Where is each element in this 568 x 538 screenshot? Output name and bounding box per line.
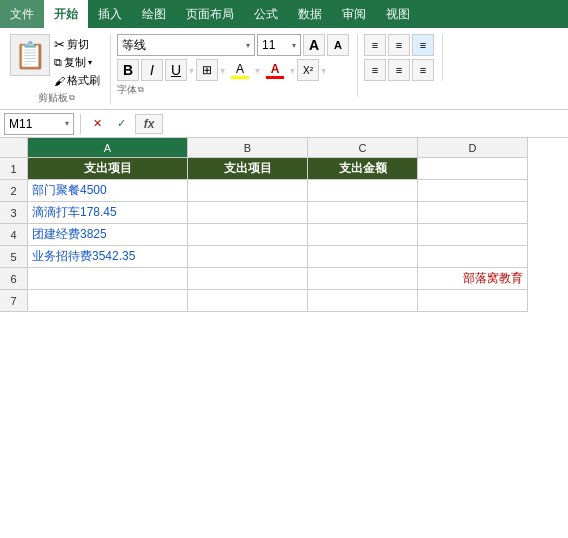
spreadsheet: A B C D 1 2 3 4 5 6 7 支出项目 支出项目 支出金额 — [0, 138, 568, 312]
menu-file[interactable]: 文件 — [0, 0, 44, 28]
menu-formula[interactable]: 公式 — [244, 0, 288, 28]
font-label: 字体⧉ — [117, 83, 349, 97]
row-head-3[interactable]: 3 — [0, 202, 28, 224]
cancel-button[interactable]: ✕ — [87, 114, 107, 134]
font-grow-button[interactable]: A — [303, 34, 325, 56]
menu-page-layout[interactable]: 页面布局 — [176, 0, 244, 28]
corner-cell[interactable] — [0, 138, 28, 158]
cut-button[interactable]: ✂剪切 — [52, 36, 102, 53]
table-row: 支出项目 支出项目 支出金额 — [28, 158, 568, 180]
cell-c6[interactable] — [308, 268, 418, 290]
bold-button[interactable]: B — [117, 59, 139, 81]
row-head-6[interactable]: 6 — [0, 268, 28, 290]
format-painter-button[interactable]: 🖌格式刷 — [52, 72, 102, 89]
row-head-2[interactable]: 2 — [0, 180, 28, 202]
cell-c7[interactable] — [308, 290, 418, 312]
col-header-b[interactable]: B — [188, 138, 308, 158]
align-top-right-button[interactable]: ≡ — [412, 34, 434, 56]
cell-d4[interactable] — [418, 224, 528, 246]
cell-b4[interactable] — [188, 224, 308, 246]
table-row: 部门聚餐4500 — [28, 180, 568, 202]
table-row: 业务招待费3542.35 — [28, 246, 568, 268]
row-head-1[interactable]: 1 — [0, 158, 28, 180]
cell-c5[interactable] — [308, 246, 418, 268]
cell-d2[interactable] — [418, 180, 528, 202]
confirm-button[interactable]: ✓ — [111, 114, 131, 134]
align-top-left-button[interactable]: ≡ — [364, 34, 386, 56]
cell-c3[interactable] — [308, 202, 418, 224]
copy-button[interactable]: ⧉复制▾ — [52, 54, 102, 71]
menu-insert[interactable]: 插入 — [88, 0, 132, 28]
underline-button[interactable]: U — [165, 59, 187, 81]
cell-a5[interactable]: 业务招待费3542.35 — [28, 246, 188, 268]
cell-d6[interactable]: 部落窝教育 — [418, 268, 528, 290]
menu-draw[interactable]: 绘图 — [132, 0, 176, 28]
cell-b3[interactable] — [188, 202, 308, 224]
cell-a1[interactable]: 支出项目 — [28, 158, 188, 180]
cell-b5[interactable] — [188, 246, 308, 268]
menu-review[interactable]: 审阅 — [332, 0, 376, 28]
col-header-a[interactable]: A — [28, 138, 188, 158]
cell-a7[interactable] — [28, 290, 188, 312]
cell-d1[interactable] — [418, 158, 528, 180]
table-row: 部落窝教育 — [28, 268, 568, 290]
font-shrink-button[interactable]: A — [327, 34, 349, 56]
cell-d7[interactable] — [418, 290, 528, 312]
align-top-center-button[interactable]: ≡ — [388, 34, 410, 56]
cell-d5[interactable] — [418, 246, 528, 268]
formula-divider — [80, 114, 81, 134]
cell-a4[interactable]: 团建经费3825 — [28, 224, 188, 246]
cell-a3[interactable]: 滴滴打车178.45 — [28, 202, 188, 224]
row-head-7[interactable]: 7 — [0, 290, 28, 312]
superscript-button[interactable]: X² — [297, 59, 319, 81]
paste-button[interactable]: 📋 — [10, 34, 50, 76]
menu-home[interactable]: 开始 — [44, 0, 88, 28]
cell-c4[interactable] — [308, 224, 418, 246]
menu-data[interactable]: 数据 — [288, 0, 332, 28]
italic-button[interactable]: I — [141, 59, 163, 81]
formula-input[interactable] — [167, 113, 564, 135]
align-left-button[interactable]: ≡ — [364, 59, 386, 81]
cell-b1[interactable]: 支出项目 — [188, 158, 308, 180]
table-row: 团建经费3825 — [28, 224, 568, 246]
row-head-4[interactable]: 4 — [0, 224, 28, 246]
highlight-color-button[interactable]: A — [227, 62, 253, 79]
cell-b7[interactable] — [188, 290, 308, 312]
menu-bar: 文件 开始 插入 绘图 页面布局 公式 数据 审阅 视图 — [0, 0, 568, 28]
cell-a6[interactable] — [28, 268, 188, 290]
menu-view[interactable]: 视图 — [376, 0, 420, 28]
name-box[interactable]: M11 ▾ — [4, 113, 74, 135]
row-head-5[interactable]: 5 — [0, 246, 28, 268]
col-header-d[interactable]: D — [418, 138, 528, 158]
cell-b6[interactable] — [188, 268, 308, 290]
cell-a2[interactable]: 部门聚餐4500 — [28, 180, 188, 202]
table-row: 滴滴打车178.45 — [28, 202, 568, 224]
cell-c1[interactable]: 支出金额 — [308, 158, 418, 180]
row-headers: 1 2 3 4 5 6 7 — [0, 158, 28, 312]
sheet-body: 1 2 3 4 5 6 7 支出项目 支出项目 支出金额 部门聚餐4500 — [0, 158, 568, 312]
cell-b2[interactable] — [188, 180, 308, 202]
formula-bar: M11 ▾ ✕ ✓ fx — [0, 110, 568, 138]
font-size-selector[interactable]: 11 ▾ — [257, 34, 301, 56]
ribbon: 📋 ✂剪切 ⧉复制▾ 🖌格式刷 剪贴板⧉ — [0, 28, 568, 110]
clipboard-label: 剪贴板⧉ — [38, 91, 75, 105]
col-headers: A B C D — [0, 138, 568, 158]
table-row — [28, 290, 568, 312]
cell-c2[interactable] — [308, 180, 418, 202]
font-name-selector[interactable]: 等线 ▾ — [117, 34, 255, 56]
align-center-button[interactable]: ≡ — [388, 59, 410, 81]
col-header-c[interactable]: C — [308, 138, 418, 158]
align-right-button[interactable]: ≡ — [412, 59, 434, 81]
cell-d3[interactable] — [418, 202, 528, 224]
sheet-grid: 支出项目 支出项目 支出金额 部门聚餐4500 滴滴打车178.45 — [28, 158, 568, 312]
font-color-button[interactable]: A — [262, 62, 288, 79]
border-button[interactable]: ⊞ — [196, 59, 218, 81]
fx-button[interactable]: fx — [135, 114, 163, 134]
